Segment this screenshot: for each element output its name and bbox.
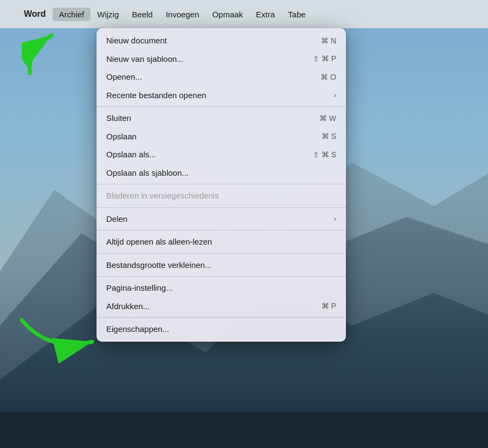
separator-5 (97, 253, 346, 254)
menu-item-sluiten[interactable]: Sluiten ⌘ W (97, 109, 346, 127)
separator-2 (97, 184, 346, 184)
menubar-opmaak[interactable]: Opmaak (206, 8, 249, 21)
menu-item-delen[interactable]: Delen › (97, 210, 346, 228)
menu-item-label: Afdrukken... (106, 301, 150, 312)
menu-shortcut: ⇧ ⌘ P (313, 54, 336, 63)
menu-item-label: Nieuw van sjabloon... (106, 54, 184, 65)
separator-1 (97, 106, 346, 107)
menubar-extra[interactable]: Extra (249, 8, 281, 21)
menu-item-opslaan[interactable]: Opslaan ⌘ S (97, 127, 346, 146)
separator-4 (97, 230, 346, 231)
menu-item-label: Bladeren in versiegeschiedenis (106, 190, 219, 201)
menu-shortcut: ⌘ O (320, 72, 336, 82)
menu-item-label: Pagina-instelling... (106, 283, 173, 293)
menu-item-nieuw-document[interactable]: Nieuw document ⌘ N (97, 31, 346, 50)
menu-item-versiegeschiedenis: Bladeren in versiegeschiedenis (97, 187, 346, 205)
menu-item-recente-bestanden[interactable]: Recente bestanden openen › (97, 86, 346, 105)
apple-menu[interactable] (4, 12, 17, 16)
menu-item-label: Opslaan (106, 131, 137, 142)
menu-item-label: Altijd openen als alleen-lezen (106, 236, 212, 247)
menu-item-label: Bestandsgrootte verkleinen... (106, 260, 211, 271)
menu-item-label: Opslaan als... (106, 149, 156, 160)
menu-item-label: Delen (106, 214, 127, 225)
menu-item-afdrukken[interactable]: Afdrukken... ⌘ P (97, 297, 346, 316)
menu-item-label: Sluiten (106, 113, 131, 124)
chevron-right-icon: › (333, 90, 336, 100)
menu-shortcut: ⇧ ⌘ S (313, 150, 336, 159)
menu-item-nieuw-sjabloon[interactable]: Nieuw van sjabloon... ⇧ ⌘ P (97, 50, 346, 68)
menubar-invoegen[interactable]: Invoegen (159, 8, 206, 21)
menu-item-label: Eigenschappen... (106, 324, 169, 335)
menu-shortcut: ⌘ N (321, 36, 336, 46)
menubar-word[interactable]: Word (17, 7, 53, 21)
menu-item-opslaan-als[interactable]: Opslaan als... ⇧ ⌘ S (97, 145, 346, 164)
menu-item-openen[interactable]: Openen... ⌘ O (97, 68, 346, 86)
menu-shortcut: ⌘ S (322, 131, 336, 141)
menubar: Word Archief Wijzig Beeld Invoegen Opmaa… (0, 0, 488, 28)
menubar-wijzig[interactable]: Wijzig (91, 8, 125, 21)
menu-item-bestandsgrootte[interactable]: Bestandsgrootte verkleinen... (97, 256, 346, 274)
menu-item-pagina-instelling[interactable]: Pagina-instelling... (97, 279, 346, 297)
menu-shortcut: ⌘ W (319, 113, 336, 123)
archief-dropdown: Nieuw document ⌘ N Nieuw van sjabloon...… (97, 28, 346, 342)
chevron-right-icon: › (333, 214, 336, 223)
separator-3 (97, 207, 346, 208)
menu-item-label: Opslaan als sjabloon... (106, 168, 189, 178)
separator-7 (97, 317, 346, 318)
svg-rect-4 (0, 412, 488, 448)
menubar-tabe[interactable]: Tabe (281, 8, 312, 21)
menu-item-alleen-lezen[interactable]: Altijd openen als alleen-lezen (97, 233, 346, 251)
menu-item-label: Nieuw document (106, 35, 167, 46)
menu-item-opslaan-sjabloon[interactable]: Opslaan als sjabloon... (97, 164, 346, 182)
menu-shortcut: ⌘ P (322, 301, 336, 311)
menubar-beeld[interactable]: Beeld (125, 8, 159, 21)
menu-item-label: Openen... (106, 72, 142, 82)
menu-item-label: Recente bestanden openen (106, 90, 206, 101)
menubar-archief[interactable]: Archief (53, 8, 91, 21)
menu-item-eigenschappen[interactable]: Eigenschappen... (97, 320, 346, 338)
separator-6 (97, 276, 346, 277)
